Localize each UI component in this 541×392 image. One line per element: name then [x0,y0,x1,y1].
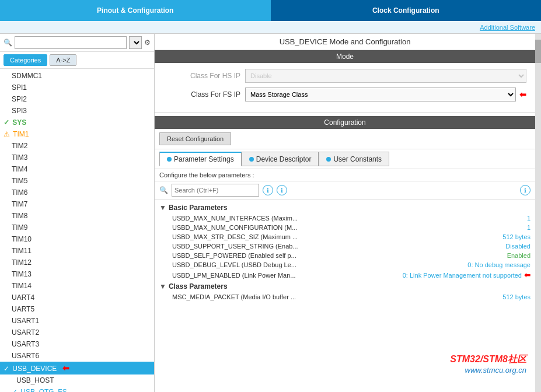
sidebar-item-tim12[interactable]: TIM12 [0,257,154,268]
sidebar-item-tim6[interactable]: TIM6 [0,187,154,198]
param-search-bar: 🔍 ℹ ℹ ℹ [155,181,535,200]
sidebar-item-spi2[interactable]: SPI2 [0,93,154,105]
info-icon-2[interactable]: ℹ [277,185,287,195]
class-hs-label: Class For HS IP [163,72,245,80]
info-icon-3[interactable]: ℹ [520,185,530,195]
param-value-4: Enabled [507,252,530,259]
tab-parameter-settings[interactable]: Parameter Settings [159,152,242,166]
sidebar-tab-bar: Categories A->Z [0,52,154,69]
sidebar-search-bar: 🔍 ⚙ [0,34,154,52]
param-value-5: 0: No debug message [467,261,530,268]
sidebar-item-tim11[interactable]: TIM11 [0,245,154,257]
sidebar-item-tim10[interactable]: TIM10 [0,233,154,245]
config-tab-bar: Parameter Settings Device Descriptor Use… [155,149,535,169]
sidebar-item-usb-host[interactable]: USB_HOST [0,374,154,386]
sidebar-item-sys[interactable]: ✓ SYS [0,117,154,128]
param-row-1: USBD_MAX_NUM_CONFIGURATION (M... 1 [155,223,535,232]
sidebar-item-usart2[interactable]: USART2 [0,327,154,338]
class-fs-row: Class For FS IP Mass Storage Class ⬅ [163,88,526,102]
search-dropdown[interactable] [129,36,142,49]
reset-config-bar: Reset Configuration [155,129,535,149]
pinout-title: Pinout & Configuration [97,6,173,15]
param-name-class-0: MSC_MEDIA_PACKET (Media I/O buffer ... [172,293,500,300]
config-section-header: Configuration [155,116,535,129]
basic-params-group-header[interactable]: ▼ Basic Parameters [155,202,535,214]
tab-device-descriptor[interactable]: Device Descriptor [242,152,319,166]
param-search-input[interactable] [172,184,259,197]
param-row-0: USBD_MAX_NUM_INTERFACES (Maxim... 1 [155,214,535,223]
gear-icon[interactable]: ⚙ [144,38,151,47]
sidebar-item-spi1[interactable]: SPI1 [0,82,154,93]
param-row-4: USBD_SELF_POWERED (Enabled self p... Ena… [155,251,535,260]
device-descriptor-dot [249,157,254,162]
param-row-3: USBD_SUPPORT_USER_STRING (Enab... Disabl… [155,242,535,251]
user-constants-dot [326,157,331,162]
mode-section-header: Mode [155,50,535,63]
tab-user-constants-label: User Constants [333,155,382,163]
scrollbar[interactable] [535,34,541,392]
sidebar-item-tim4[interactable]: TIM4 [0,163,154,175]
content-title: USB_DEVICE Mode and Configuration [155,34,535,50]
param-settings-dot [167,157,172,162]
sidebar-item-tim3[interactable]: TIM3 [0,152,154,163]
param-row-2: USBD_MAX_STR_DESC_SIZ (Maximum ... 512 b… [155,232,535,242]
sidebar-item-sdmmc1[interactable]: SDMMC1 [0,70,154,82]
sidebar-tab-az[interactable]: A->Z [50,54,76,66]
sidebar-item-uart5[interactable]: UART5 [0,303,154,315]
sidebar-item-tim8[interactable]: TIM8 [0,210,154,222]
sidebar-item-usb-device[interactable]: ✓ USB_DEVICE ⬅ [0,362,154,374]
param-row-5: USBD_DEBUG_LEVEL (USBD Debug Le... 0: No… [155,260,535,270]
param-name-3: USBD_SUPPORT_USER_STRING (Enab... [172,243,503,250]
sidebar-item-uart4[interactable]: UART4 [0,292,154,303]
param-value-3: Disabled [505,243,530,250]
param-name-0: USBD_MAX_NUM_INTERFACES (Maxim... [172,215,525,222]
class-fs-label: Class For FS IP [163,90,245,99]
sidebar-item-tim1[interactable]: ⚠ TIM1 [0,128,154,140]
tim1-warn-icon: ⚠ [4,130,10,138]
tab-device-descriptor-label: Device Descriptor [256,155,312,163]
sidebar-item-tim7[interactable]: TIM7 [0,198,154,210]
sidebar-item-tim9[interactable]: TIM9 [0,222,154,233]
sidebar-item-tim5[interactable]: TIM5 [0,175,154,187]
sidebar-item-usart1[interactable]: USART1 [0,315,154,327]
info-icon-1[interactable]: ℹ [263,185,273,195]
search-input[interactable] [15,36,127,49]
basic-params-label: Basic Parameters [169,204,228,212]
class-params-label: Class Parameters [169,282,228,290]
param-name-5: USBD_DEBUG_LEVEL (USBD Debug Le... [172,261,465,268]
param-name-2: USBD_MAX_STR_DESC_SIZ (Maximum ... [172,233,500,240]
tab-param-settings-label: Parameter Settings [174,155,234,163]
class-fs-arrow: ⬅ [519,90,526,99]
watermark-line2: www.stmcu.org.cn [450,366,526,374]
scrollbar-thumb[interactable] [535,40,541,63]
param-value-class-0: 512 bytes [502,293,530,300]
watermark: STM32/STM8社区 www.stmcu.org.cn [450,354,526,374]
sidebar-tab-categories[interactable]: Categories [4,54,47,66]
additional-software-link[interactable]: Additional Software [480,24,535,31]
sidebar-item-usart6[interactable]: USART6 [0,350,154,362]
usb-device-check-icon: ✓ [4,365,9,373]
sidebar-item-spi3[interactable]: SPI3 [0,105,154,117]
class-fs-select[interactable]: Mass Storage Class [245,88,516,102]
class-hs-select[interactable]: Disable [245,69,526,83]
param-name-1: USBD_MAX_NUM_CONFIGURATION (M... [172,224,525,231]
class-params-arrow: ▼ [159,282,166,290]
class-params-group-header[interactable]: ▼ Class Parameters [155,281,535,292]
clock-config-header[interactable]: Clock Configuration [271,0,542,21]
pinout-config-header[interactable]: Pinout & Configuration [0,0,271,21]
param-value-0: 1 [527,215,530,222]
watermark-line1: STM32/STM8社区 [450,354,526,366]
sidebar-item-usb-otg-fs[interactable]: ✓ USB_OTG_FS [0,386,154,392]
sidebar-item-usart3[interactable]: USART3 [0,338,154,350]
config-hint: Configure the below parameters : [155,169,535,181]
sidebar-item-tim2[interactable]: TIM2 [0,140,154,152]
sidebar-item-tim13[interactable]: TIM13 [0,268,154,280]
reset-config-button[interactable]: Reset Configuration [159,132,231,145]
sidebar-item-tim14[interactable]: TIM14 [0,280,154,292]
param-row-6: USBD_LPM_ENABLED (Link Power Man... 0: L… [155,270,535,281]
basic-params-arrow: ▼ [159,204,166,212]
tab-user-constants[interactable]: User Constants [319,152,389,166]
sidebar-items-list: SDMMC1 SPI1 SPI2 SPI3 ✓ SYS ⚠ TIM1 TIM2 … [0,69,154,392]
search-icon: 🔍 [4,38,12,47]
class-hs-row: Class For HS IP Disable [163,69,526,83]
